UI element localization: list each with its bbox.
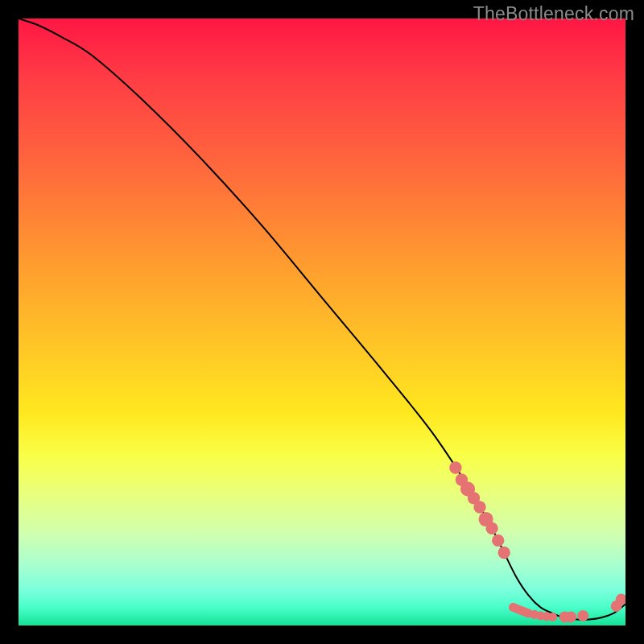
data-point — [473, 501, 485, 513]
data-point — [449, 461, 461, 473]
data-point — [548, 613, 557, 621]
data-point — [565, 611, 576, 622]
chart-container: { "watermark": "TheBottleneck.com", "cha… — [0, 0, 644, 644]
data-point — [498, 547, 510, 559]
bottleneck-curve — [19, 19, 625, 620]
chart-svg — [19, 19, 625, 625]
watermark: TheBottleneck.com — [473, 3, 634, 25]
data-point — [485, 522, 497, 535]
data-point — [492, 535, 504, 547]
data-point — [577, 610, 588, 621]
data-markers — [449, 461, 625, 622]
